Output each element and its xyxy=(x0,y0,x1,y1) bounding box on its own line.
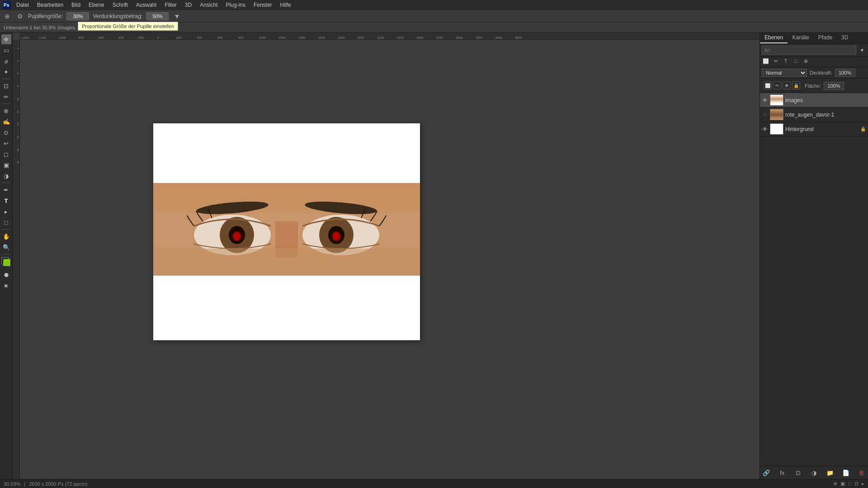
healing-tool[interactable]: ⊕ xyxy=(1,106,11,116)
layer-visibility-background[interactable]: 👁 xyxy=(762,126,768,132)
delete-layer-btn[interactable]: 🗑 xyxy=(857,468,866,477)
layer-footer: 🔗 fx ⊡ ◑ 📁 📄 🗑 xyxy=(760,466,868,479)
menubar: Ps Datei Bearbeiten Bild Ebene Schrift A… xyxy=(0,0,868,10)
svg-point-17 xyxy=(333,232,340,240)
lock-transparent-btn[interactable]: ⬜ xyxy=(764,81,772,89)
move-tool[interactable]: ✥ xyxy=(1,34,11,44)
layer-name-images: images xyxy=(785,97,866,103)
shape-layer-icon[interactable]: □ xyxy=(792,57,800,65)
menu-plugins[interactable]: Plug-ins xyxy=(222,1,249,9)
opacity-input[interactable] xyxy=(835,69,855,77)
ruler-left: 2 4 6 8 10 12 14 16 18 20 xyxy=(13,40,20,479)
clone-tool[interactable]: ⊙ xyxy=(1,127,11,137)
menu-fenster[interactable]: Fenster xyxy=(250,1,276,9)
layer-search-input[interactable] xyxy=(762,46,856,55)
zoom-tool[interactable]: 🔍 xyxy=(1,242,11,252)
tab-ebenen[interactable]: Ebenen xyxy=(760,33,788,43)
menu-hilfe[interactable]: Hilfe xyxy=(277,1,295,9)
opacity-label: Deckkraft: xyxy=(810,70,832,75)
layer-item-background[interactable]: 👁 Hintergrund 🔒 xyxy=(760,122,868,136)
quick-mask-tool[interactable]: ⬤ xyxy=(1,270,11,280)
shape-tool[interactable]: □ xyxy=(1,217,11,227)
layer-name-background: Hintergrund xyxy=(785,126,858,132)
panel-icons-row: ⬜ ✏ T □ ⊕ xyxy=(760,57,868,67)
darken-label: Verdunklungsbetrag: xyxy=(93,13,142,19)
main-layout: ✥ ▭ ⌀ ✦ ⊡ ✏ ⊕ ✍ ⊙ ↩ ◻ ▣ ◑ ✒ T ▸ □ ✋ 🔍 ⬤ … xyxy=(0,33,868,479)
menu-ansicht[interactable]: Ansicht xyxy=(196,1,221,9)
status-icon-2: ▣ xyxy=(840,481,845,486)
menu-ebene[interactable]: Ebene xyxy=(85,1,108,9)
app-logo: Ps xyxy=(2,0,12,10)
crop-tool[interactable]: ⊡ xyxy=(1,81,11,91)
tool-separator-4 xyxy=(2,229,10,230)
menu-bearbeiten[interactable]: Bearbeiten xyxy=(33,1,67,9)
status-icon-4: ⊡ xyxy=(854,481,859,486)
text-layer-icon[interactable]: T xyxy=(782,57,790,65)
add-mask-btn[interactable]: ⊡ xyxy=(793,468,802,477)
eraser-tool[interactable]: ◻ xyxy=(1,149,11,159)
options-arrow[interactable]: ▼ xyxy=(172,12,181,21)
new-layer-btn[interactable]: 📄 xyxy=(841,468,850,477)
search-type-dropdown[interactable]: ▼ xyxy=(858,46,866,54)
tool-separator-3 xyxy=(2,183,10,183)
layer-thumb-background xyxy=(770,123,783,135)
layer-visibility-redeye[interactable]: 👁 xyxy=(762,112,768,118)
path-select-tool[interactable]: ▸ xyxy=(1,206,11,216)
menu-datei[interactable]: Datei xyxy=(13,1,33,9)
canvas-eyes-image xyxy=(153,183,420,276)
menu-schrift[interactable]: Schrift xyxy=(109,1,132,9)
ruler-top-marks: -1200 -1100 -1000 -800 -600 -400 -200 0 … xyxy=(20,33,536,39)
magic-wand-tool[interactable]: ✦ xyxy=(1,67,11,77)
lock-all-btn[interactable]: 🔒 xyxy=(792,81,800,89)
type-tool[interactable]: T xyxy=(1,196,11,206)
new-adjustment-icon[interactable]: ✏ xyxy=(772,57,780,65)
tab-3d[interactable]: 3D xyxy=(837,33,853,43)
lasso-tool[interactable]: ⌀ xyxy=(1,56,11,66)
tab-pfade[interactable]: Pfade xyxy=(814,33,837,43)
new-layer-type-icon[interactable]: ⬜ xyxy=(762,57,770,65)
pen-tool[interactable]: ✒ xyxy=(1,185,11,195)
layer-item-images[interactable]: 👁 images xyxy=(760,93,868,108)
marquee-tool[interactable]: ▭ xyxy=(1,45,11,55)
blend-mode-select[interactable]: Normal xyxy=(762,69,807,77)
svg-text:Ps: Ps xyxy=(4,3,9,8)
layer-name-redeye: rote_augen_davor-1 xyxy=(785,112,866,118)
lock-position-btn[interactable]: ✥ xyxy=(783,81,791,89)
options-bar: ⊕ ⚙ Pupillengröße: Verdunklungsbetrag: ▼ xyxy=(0,10,868,23)
dodge-tool[interactable]: ◑ xyxy=(1,171,11,181)
menu-filter[interactable]: Filter xyxy=(161,1,180,9)
new-adjustment-btn[interactable]: ◑ xyxy=(809,468,818,477)
layers-list: 👁 images 👁 rote_augen_davor-1 👁 xyxy=(760,93,868,466)
redeye-options-icon[interactable]: ⚙ xyxy=(15,12,24,21)
layer-item-redeye[interactable]: 👁 rote_augen_davor-1 xyxy=(760,108,868,122)
toolbar: ✥ ▭ ⌀ ✦ ⊡ ✏ ⊕ ✍ ⊙ ↩ ◻ ▣ ◑ ✒ T ▸ □ ✋ 🔍 ⬤ … xyxy=(0,33,13,479)
gradient-tool[interactable]: ▣ xyxy=(1,160,11,170)
svg-rect-3 xyxy=(153,183,420,210)
hand-tool[interactable]: ✋ xyxy=(1,231,11,241)
color-swatch-container xyxy=(1,257,11,267)
menu-auswahl[interactable]: Auswahl xyxy=(132,1,160,9)
pupil-size-input[interactable] xyxy=(66,12,89,20)
foreground-color-swatch[interactable] xyxy=(3,259,10,266)
brush-tool[interactable]: ✍ xyxy=(1,117,11,127)
smart-filter-icon[interactable]: ⊕ xyxy=(802,57,810,65)
tab-kanaele[interactable]: Kanäle xyxy=(788,33,813,43)
darken-amount-input[interactable] xyxy=(146,12,169,20)
layer-visibility-images[interactable]: 👁 xyxy=(762,97,768,103)
add-style-btn[interactable]: fx xyxy=(778,468,787,477)
info-bar: Unbenannt-1 bei 30,6% (images, R xyxy=(0,23,868,33)
menu-3d[interactable]: 3D xyxy=(181,1,195,9)
svg-rect-15 xyxy=(153,249,420,276)
link-layers-btn[interactable]: 🔗 xyxy=(762,468,771,477)
eyedropper-tool[interactable]: ✏ xyxy=(1,92,11,102)
panel-tabs: Ebenen Kanäle Pfade 3D xyxy=(760,33,868,44)
menu-bild[interactable]: Bild xyxy=(68,1,84,9)
eyes-svg xyxy=(153,183,420,276)
canvas-area[interactable]: -1200 -1100 -1000 -800 -600 -400 -200 0 … xyxy=(13,33,760,479)
status-icons: ⊕ ▣ □ ⊡ ▸ xyxy=(833,481,864,487)
fill-input[interactable] xyxy=(824,82,844,90)
screen-mode-tool[interactable]: ▣ xyxy=(1,281,11,291)
new-group-btn[interactable]: 📁 xyxy=(826,468,835,477)
history-brush-tool[interactable]: ↩ xyxy=(1,138,11,148)
lock-image-btn[interactable]: ✏ xyxy=(773,81,781,89)
